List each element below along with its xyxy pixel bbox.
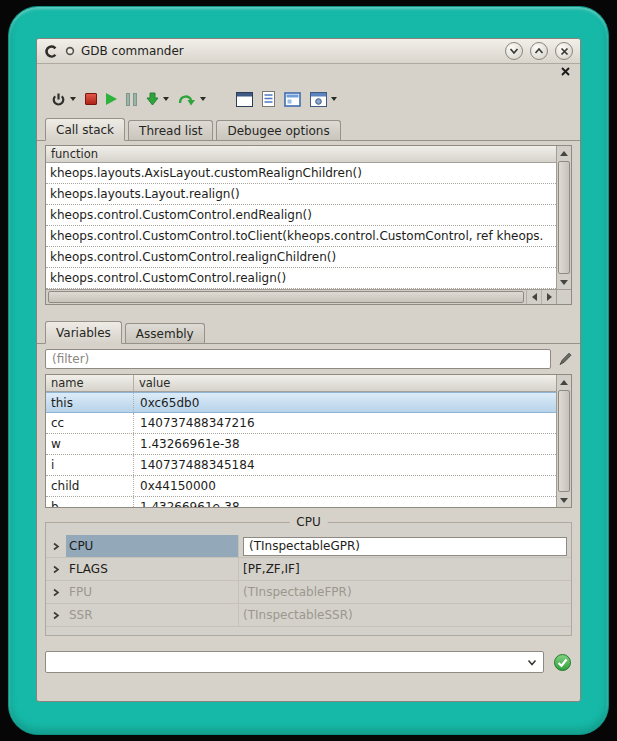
variable-row[interactable]: b 1.43266961e-38 <box>46 497 556 507</box>
scroll-left-button[interactable] <box>526 290 541 304</box>
register-value-edit[interactable]: (TInspectableGPR) <box>243 537 567 556</box>
variable-name: w <box>46 434 134 454</box>
command-combobox[interactable] <box>45 651 544 673</box>
variables-grid: name value this 0xc65db0 cc 140737488347… <box>45 374 572 508</box>
scroll-thumb[interactable] <box>558 390 570 492</box>
expander-icon[interactable] <box>46 581 66 603</box>
cpu-register-row[interactable]: FLAGS [PF,ZF,IF] <box>46 558 571 581</box>
scroll-right-button[interactable] <box>541 290 556 304</box>
dropdown-caret-icon[interactable] <box>331 97 337 101</box>
clear-filter-button[interactable] <box>558 352 572 366</box>
register-group-name[interactable]: FPU <box>66 581 238 603</box>
variable-value: 1.43266961e-38 <box>134 497 556 507</box>
callstack-header: function <box>46 146 556 163</box>
variable-row[interactable]: this 0xc65db0 <box>46 392 556 413</box>
scroll-thumb[interactable] <box>48 291 524 303</box>
curved-arrow-icon <box>178 92 196 107</box>
arrow-right-icon <box>547 293 552 301</box>
debug-widget-button[interactable] <box>284 88 301 110</box>
continue-button[interactable] <box>106 88 117 110</box>
variable-value: 0xc65db0 <box>134 393 556 412</box>
titlebar[interactable]: GDB commander <box>37 39 580 64</box>
variable-value: 140737488345184 <box>134 455 556 475</box>
horizontal-scrollbar[interactable] <box>46 289 556 304</box>
scroll-thumb[interactable] <box>558 161 570 274</box>
callstack-row[interactable]: kheops.layouts.Layout.realign() <box>46 184 556 205</box>
close-button[interactable] <box>555 42 573 60</box>
vertical-scrollbar[interactable] <box>556 146 571 289</box>
stop-button[interactable] <box>85 88 97 110</box>
tab-debugee-options[interactable]: Debugee options <box>216 120 340 140</box>
frame-viewer-button[interactable] <box>236 88 253 110</box>
unshade-button[interactable] <box>530 42 548 60</box>
register-group-name[interactable]: SSR <box>66 604 238 626</box>
filter-input[interactable] <box>45 349 551 369</box>
variable-name: child <box>46 476 134 496</box>
panel-close-button[interactable] <box>559 65 571 77</box>
titlebar-buttons <box>505 42 573 60</box>
callstack-row[interactable]: kheops.layouts.AxisLayout.customRealignC… <box>46 163 556 184</box>
expander-icon[interactable] <box>46 535 66 557</box>
pause-button[interactable] <box>126 88 137 110</box>
variable-name: cc <box>46 413 134 433</box>
step-button[interactable] <box>146 88 169 110</box>
scroll-up-button[interactable] <box>557 375 571 389</box>
vertical-scrollbar[interactable] <box>556 375 571 507</box>
arrow-down-icon <box>560 498 568 503</box>
output-list-button[interactable] <box>262 88 275 110</box>
debug-toolbar <box>37 80 580 118</box>
pen-icon <box>558 352 572 366</box>
variable-row[interactable]: cc 140737488347216 <box>46 413 556 434</box>
column-header-name: name <box>46 375 134 391</box>
ok-button[interactable] <box>553 653 572 672</box>
step-over-button[interactable] <box>178 88 206 110</box>
cpu-group-title: CPU <box>289 515 327 529</box>
tab-call-stack[interactable]: Call stack <box>45 118 125 141</box>
command-input[interactable] <box>46 655 521 669</box>
tab-thread-list[interactable]: Thread list <box>128 120 213 140</box>
combo-dropdown-button[interactable] <box>521 652 543 672</box>
command-bar <box>45 651 572 673</box>
variable-name: i <box>46 455 134 475</box>
variable-row[interactable]: w 1.43266961e-38 <box>46 434 556 455</box>
tab-variables[interactable]: Variables <box>45 321 122 344</box>
variable-row[interactable]: i 140737488345184 <box>46 455 556 476</box>
window-title: GDB commander <box>81 44 184 58</box>
power-icon <box>51 92 66 107</box>
gdb-commander-window: GDB commander <box>36 38 581 702</box>
arrow-up-icon <box>560 151 568 156</box>
register-group-name[interactable]: CPU <box>66 535 238 557</box>
scroll-down-button[interactable] <box>557 275 571 289</box>
register-group-value: (TInspectableSSR) <box>238 604 571 626</box>
scroll-down-button[interactable] <box>557 493 571 507</box>
variable-value: 0x44150000 <box>134 476 556 496</box>
scroll-up-button[interactable] <box>557 146 571 160</box>
callstack-row[interactable]: kheops.control.CustomControl.realignChil… <box>46 247 556 268</box>
cpu-register-row[interactable]: FPU (TInspectableFPR) <box>46 581 571 604</box>
arrow-up-icon <box>560 380 568 385</box>
register-group-value: (TInspectableFPR) <box>238 581 571 603</box>
dropdown-caret-icon[interactable] <box>163 97 169 101</box>
register-group-value: (TInspectableGPR) <box>238 535 571 557</box>
process-options-button[interactable] <box>310 88 337 110</box>
variable-row[interactable]: child 0x44150000 <box>46 476 556 497</box>
register-group-name[interactable]: FLAGS <box>66 558 238 580</box>
cpu-register-row[interactable]: CPU (TInspectableGPR) <box>46 535 571 558</box>
power-button[interactable] <box>51 88 76 110</box>
expander-icon[interactable] <box>46 558 66 580</box>
dropdown-caret-icon[interactable] <box>70 97 76 101</box>
callstack-row[interactable]: kheops.control.CustomControl.toClient(kh… <box>46 226 556 247</box>
callstack-row[interactable]: kheops.control.CustomControl.endRealign(… <box>46 205 556 226</box>
stop-icon <box>85 93 97 105</box>
variable-name: this <box>46 393 134 412</box>
dropdown-caret-icon[interactable] <box>200 97 206 101</box>
shade-button[interactable] <box>505 42 523 60</box>
cpu-register-row[interactable]: SSR (TInspectableSSR) <box>46 604 571 627</box>
variables-tabbar: Variables Assembly <box>37 321 580 344</box>
chevron-down-icon <box>527 659 537 666</box>
callstack-row[interactable]: kheops.control.CustomControl.realign() <box>46 268 556 289</box>
tab-assembly[interactable]: Assembly <box>125 323 205 343</box>
expander-icon[interactable] <box>46 604 66 626</box>
list-document-icon <box>262 91 275 107</box>
variables-rows: this 0xc65db0 cc 140737488347216 w 1.432… <box>46 392 556 507</box>
